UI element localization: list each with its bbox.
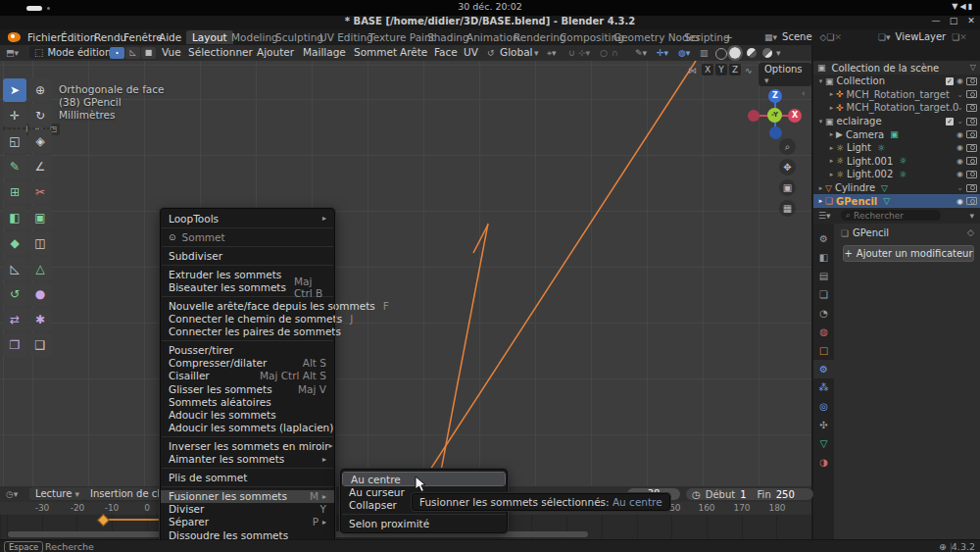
expand-chevron-icon[interactable]: ▸: [827, 157, 836, 165]
menu-arete[interactable]: Arête: [400, 46, 427, 58]
camera-view-button[interactable]: ▣: [779, 179, 796, 196]
checkbox-icon[interactable]: ✓: [946, 77, 954, 85]
eye-icon[interactable]: ◉: [956, 197, 963, 206]
tool-spin[interactable]: ↺: [3, 282, 26, 306]
tool-rip-edge[interactable]: ❑: [28, 333, 52, 357]
tab-physics[interactable]: ◎: [813, 397, 834, 416]
expand-chevron-icon[interactable]: ▸: [827, 90, 836, 98]
outliner-row-mch-target-0[interactable]: ▸ ✜ MCH_Rotation_target.0 ⌄: [813, 101, 980, 115]
camera-visibility-icon[interactable]: [966, 118, 977, 125]
expand-chevron-icon[interactable]: ▾: [816, 118, 825, 125]
gizmos-toggle-icon[interactable]: ✛▾: [657, 48, 668, 58]
copy-scene-icon[interactable]: ❏: [826, 32, 834, 42]
delete-scene-icon[interactable]: ✕: [835, 32, 843, 42]
menu-maillage[interactable]: Maillage: [303, 46, 346, 58]
menu-item-subdiviser[interactable]: Subdiviser: [161, 249, 334, 262]
outliner-row-mch-target[interactable]: ▸ ✜ MCH_Rotation_target ⌄: [813, 88, 980, 102]
tool-smooth[interactable]: ●: [28, 282, 52, 306]
outliner-row-light-001[interactable]: ▸ ☼ Light.001 ☼ ◉: [813, 155, 980, 169]
camera-visibility-icon[interactable]: [966, 157, 977, 165]
tool-rip-region[interactable]: ❐: [3, 333, 26, 357]
scene-selector[interactable]: ▦▾ Scene ◇ ❏ ✕: [764, 30, 842, 43]
menu-item-connecter-chemin[interactable]: Connecter le chemin de sommetsJ: [161, 313, 334, 326]
editor-type-icon[interactable]: ⬒▾: [6, 48, 19, 58]
tool-move[interactable]: ✛: [3, 104, 26, 127]
navigation-gizmo[interactable]: Z X -Y: [740, 80, 808, 149]
viewlayer-selector[interactable]: ❏▾ ViewLayer ❏ ✕: [878, 30, 967, 43]
tab-output[interactable]: ▤: [813, 267, 834, 285]
eye-icon[interactable]: ◉: [956, 170, 963, 178]
viewlayer-name[interactable]: ViewLayer: [896, 31, 947, 42]
shading-material-icon[interactable]: [747, 48, 757, 58]
panel-divider[interactable]: [811, 45, 813, 539]
tool-cursor[interactable]: ⊕: [28, 78, 52, 102]
editor-type-icon[interactable]: ☰▾: [818, 211, 831, 221]
falloff-curve-icon[interactable]: ∩: [612, 48, 618, 58]
gizmo-x-axis[interactable]: X: [788, 109, 802, 123]
outliner-row-eclairage[interactable]: ▾ ▣ eclairage ✓⌄: [813, 115, 980, 128]
gizmo-minus-z-axis[interactable]: [769, 126, 782, 139]
submenu-item-selon-proximite[interactable]: Selon proximité: [341, 517, 507, 529]
mirror-x-button[interactable]: X: [702, 64, 713, 75]
tool-scale[interactable]: ◱: [3, 129, 26, 153]
pin-icon[interactable]: ◇: [967, 227, 974, 237]
vertex-select-mode-button[interactable]: ⬩: [110, 47, 124, 59]
menu-face[interactable]: Face: [434, 46, 458, 58]
outliner-row-camera[interactable]: ▸ ▶ Camera ▣ ◉: [813, 127, 980, 141]
mirror-y-button[interactable]: Y: [715, 64, 727, 75]
eye-closed-icon[interactable]: ⌄: [956, 90, 963, 99]
ortho-toggle-button[interactable]: ▦: [779, 200, 796, 217]
filter-funnel-icon[interactable]: ▽: [970, 63, 976, 72]
start-frame-value[interactable]: 1: [740, 489, 746, 500]
menu-item-aleatoires[interactable]: Sommets aléatoires: [161, 395, 334, 408]
tab-world[interactable]: ◍: [813, 323, 834, 341]
eye-closed-icon[interactable]: ⌄: [956, 117, 963, 125]
menu-item-cisailler[interactable]: CisaillerMaj Ctrl Alt S: [161, 370, 334, 382]
menu-item-diviser[interactable]: DiviserY: [161, 503, 334, 516]
camera-visibility-icon[interactable]: [966, 104, 977, 112]
expand-chevron-icon[interactable]: ▸: [827, 171, 836, 178]
delete-viewlayer-icon[interactable]: ✕: [959, 32, 967, 42]
menu-item-aimanter[interactable]: Aimanter les sommets▸: [161, 453, 334, 466]
menu-item-adoucir-laplacien[interactable]: Adoucir les sommets (laplacien): [161, 421, 334, 433]
tab-material[interactable]: ◑: [813, 453, 834, 472]
menu-uv[interactable]: UV: [464, 46, 478, 58]
copy-viewlayer-icon[interactable]: ❏: [952, 32, 959, 42]
camera-visibility-icon[interactable]: [966, 197, 977, 205]
tool-rotate[interactable]: ↻: [28, 104, 52, 127]
tool-radius[interactable]: ✂: [28, 180, 52, 204]
annotate-icon[interactable]: ✎▾: [635, 48, 647, 58]
tool-bend[interactable]: ◧: [3, 206, 26, 229]
edge-select-mode-button[interactable]: ◺: [125, 47, 140, 59]
tool-transform[interactable]: ◈: [28, 129, 52, 153]
face-select-mode-button[interactable]: ■: [141, 47, 156, 59]
xray-toggle-icon[interactable]: ▥: [700, 48, 709, 58]
eye-closed-icon[interactable]: ⌄: [956, 103, 963, 112]
tool-measure[interactable]: ∠: [28, 155, 52, 178]
tab-view-layer[interactable]: ❏: [813, 285, 834, 304]
outliner-row-gpencil[interactable]: ▸ ❏ GPencil ▽ ◉: [813, 194, 980, 208]
blender-logo-icon[interactable]: [8, 32, 21, 42]
proportional-editing-icon[interactable]: ○: [600, 48, 608, 58]
add-workspace-button[interactable]: +: [718, 30, 739, 44]
tab-tool[interactable]: ⚙: [813, 229, 834, 248]
properties-search-input[interactable]: ⌕ Rechercher: [841, 210, 941, 221]
expand-chevron-icon[interactable]: ▸: [816, 197, 825, 205]
gizmo-z-axis[interactable]: Z: [768, 89, 782, 103]
outliner-row-collection[interactable]: ▾ ▣ Collection ✓◉: [813, 75, 980, 88]
outliner-row-light[interactable]: ▸ ☼ Light ☼ ◉: [813, 141, 980, 155]
frame-range-fields[interactable]: ◷ Début 1 Fin 250: [686, 488, 813, 500]
tool-knife[interactable]: ◺: [3, 257, 26, 280]
tool-loop-cut[interactable]: ◫: [28, 231, 52, 255]
menu-aide[interactable]: Aide: [155, 30, 185, 44]
tool-extrude[interactable]: ⊞: [3, 180, 26, 204]
eye-icon[interactable]: ◉: [956, 157, 963, 166]
menu-item-adoucir[interactable]: Adoucir les sommets: [161, 408, 334, 421]
maximize-button[interactable]: □: [947, 16, 960, 25]
transform-orientation-dropdown[interactable]: Global: [500, 46, 533, 58]
outliner-row-cylindre[interactable]: ▸ ▽ Cylindre ▽ ⌄: [813, 181, 980, 195]
shading-wireframe-icon[interactable]: [715, 48, 727, 60]
scene-name[interactable]: Scene: [782, 31, 812, 42]
expand-chevron-icon[interactable]: ▸: [816, 184, 825, 192]
tool-inset[interactable]: ▣: [28, 206, 52, 229]
